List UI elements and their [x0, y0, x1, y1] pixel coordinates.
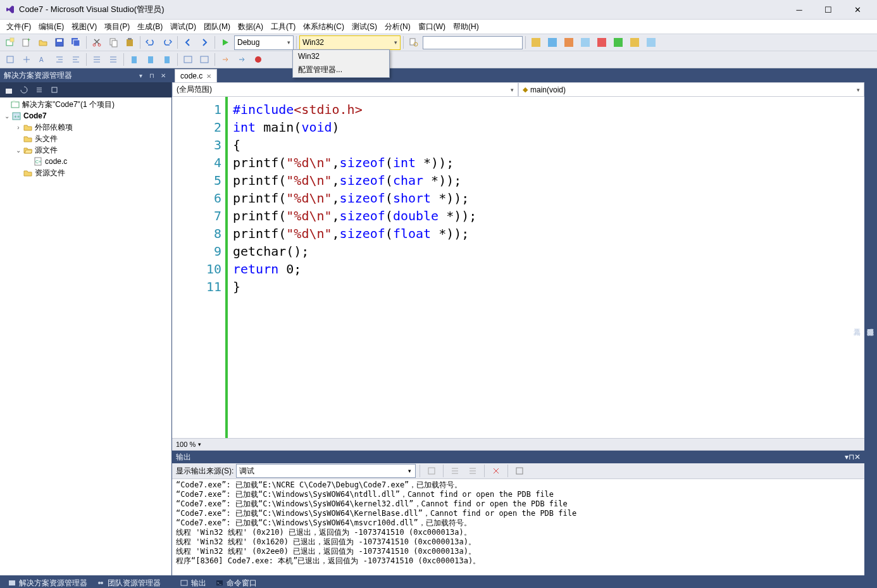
redo-icon[interactable] [159, 35, 175, 50]
tb2-icon[interactable] [19, 52, 34, 67]
pin-icon[interactable]: ⊓ [849, 453, 854, 461]
code-content[interactable]: #include<stdio.h>int main(void){printf("… [228, 97, 864, 438]
start-icon[interactable] [218, 35, 233, 50]
save-icon[interactable] [52, 35, 67, 50]
menu-工具[interactable]: 工具(T) [267, 20, 299, 34]
tree-project[interactable]: ⌄ ++ Code7 [0, 110, 171, 122]
home-icon[interactable] [3, 84, 15, 96]
menu-测试[interactable]: 测试(S) [348, 20, 381, 34]
output-text[interactable]: “Code7.exe”: 已加载“E:\NCRE C\Code7\Debug\C… [172, 479, 864, 575]
close-icon[interactable]: ✕ [206, 73, 211, 80]
svg-rect-33 [52, 87, 57, 92]
comment-icon[interactable] [89, 52, 104, 67]
cut-icon[interactable] [89, 35, 104, 50]
member-select[interactable]: ◆main(void)▾ [518, 82, 864, 97]
bookmark-icon[interactable] [159, 52, 175, 67]
output-source-select[interactable]: 调试▾ [236, 464, 416, 478]
chevron-down-icon[interactable]: ▾ [198, 441, 201, 447]
copy-icon[interactable] [106, 35, 121, 50]
close-icon[interactable]: ✕ [854, 453, 861, 461]
breakpoint-icon[interactable] [251, 52, 266, 67]
expand-icon[interactable]: ⌄ [3, 113, 11, 120]
find-in-files-icon[interactable] [406, 35, 421, 50]
sb-team-explorer[interactable]: 团队资源管理器 [92, 578, 165, 589]
sb-solution-explorer[interactable]: 解决方案资源管理器 [4, 578, 91, 589]
indent-icon[interactable] [52, 52, 67, 67]
find-input[interactable] [423, 36, 523, 49]
tb-ext6-icon[interactable] [611, 35, 626, 50]
bookmark-icon[interactable] [143, 52, 158, 67]
tb-ext3-icon[interactable] [561, 35, 576, 50]
refresh-icon[interactable] [18, 84, 30, 96]
uncomment-icon[interactable] [106, 52, 121, 67]
pin-icon[interactable]: ⊓ [147, 71, 156, 80]
tb-ext7-icon[interactable] [627, 35, 642, 50]
menu-视图[interactable]: 视图(V) [68, 20, 101, 34]
wrap-icon[interactable] [512, 463, 527, 479]
dropdown-icon[interactable]: ▾ [136, 71, 145, 80]
menu-体系结构[interactable]: 体系结构(C) [299, 20, 348, 34]
platform-select[interactable]: Win32▾ [299, 35, 401, 50]
tree-sources[interactable]: ⌄ 源文件 [0, 144, 171, 156]
minimize-button[interactable]: ─ [785, 0, 814, 19]
tree-solution[interactable]: 解决方案"Code7"(1 个项目) [0, 99, 171, 110]
bookmark-icon[interactable] [127, 52, 142, 67]
maximize-button[interactable]: ☐ [814, 0, 843, 19]
tb-ext1-icon[interactable] [528, 35, 544, 50]
open-icon[interactable] [35, 35, 51, 50]
window-icon[interactable] [197, 52, 212, 67]
tb2-icon[interactable] [3, 52, 18, 67]
out-tb-icon[interactable] [465, 463, 480, 479]
nav-back-icon[interactable] [180, 35, 196, 50]
collapse-icon[interactable] [33, 84, 46, 96]
sb-output[interactable]: 输出 [176, 578, 210, 589]
sb-command-window[interactable]: >_ 命令窗口 [211, 578, 261, 589]
tree-resources[interactable]: 资源文件 [0, 167, 171, 178]
out-tb-icon[interactable] [424, 463, 439, 479]
tb-ext2-icon[interactable] [545, 35, 560, 50]
menu-编辑[interactable]: 编辑(E) [35, 20, 68, 34]
code-editor[interactable]: 1234567891011 #include<stdio.h>int main(… [172, 97, 864, 438]
tree-source-file[interactable]: C+ code.c [0, 156, 171, 167]
zoom-level[interactable]: 100 % [176, 441, 196, 448]
menu-团队[interactable]: 团队(M) [200, 20, 234, 34]
expand-icon[interactable]: › [14, 124, 23, 131]
config-select[interactable]: Debug▾ [234, 35, 294, 50]
tb-ext5-icon[interactable] [594, 35, 609, 50]
nav-fwd-icon[interactable] [197, 35, 212, 50]
menu-窗口[interactable]: 窗口(W) [414, 20, 449, 34]
tree-headers[interactable]: 头文件 [0, 133, 171, 144]
clear-icon[interactable] [488, 463, 504, 479]
outdent-icon[interactable] [68, 52, 84, 67]
close-icon[interactable]: ✕ [159, 71, 168, 80]
platform-option-config-manager[interactable]: 配置管理器... [293, 63, 389, 77]
step-icon[interactable] [218, 52, 233, 67]
menu-数据[interactable]: 数据(A) [234, 20, 267, 34]
tb-ext4-icon[interactable] [578, 35, 593, 50]
menu-分析[interactable]: 分析(N) [381, 20, 414, 34]
server-explorer-tab[interactable]: 服务器资源管理器 [864, 319, 877, 328]
out-tb-icon[interactable] [447, 463, 463, 479]
tb2-icon[interactable]: A [35, 52, 51, 67]
properties-icon[interactable] [48, 84, 61, 96]
scope-select[interactable]: (全局范围)▾ [172, 82, 518, 97]
menu-项目[interactable]: 项目(P) [101, 20, 134, 34]
add-item-icon[interactable]: + [19, 35, 34, 50]
menu-文件[interactable]: 文件(F) [3, 20, 35, 34]
expand-icon[interactable]: ⌄ [14, 147, 23, 154]
menu-调试[interactable]: 调试(D) [166, 20, 200, 34]
new-project-icon[interactable] [3, 35, 18, 50]
window-icon[interactable] [180, 52, 196, 67]
step-icon[interactable] [234, 52, 249, 67]
paste-icon[interactable] [122, 35, 137, 50]
editor-tab[interactable]: code.c ✕ [175, 69, 217, 82]
tb-ext8-icon[interactable] [644, 35, 659, 50]
menu-帮助[interactable]: 帮助(H) [449, 20, 483, 34]
close-button[interactable]: ✕ [843, 0, 872, 19]
menu-生成[interactable]: 生成(B) [134, 20, 166, 34]
platform-option-win32[interactable]: Win32 [293, 50, 389, 63]
toolbox-tab[interactable]: 工具箱 [850, 319, 864, 328]
undo-icon[interactable] [143, 35, 158, 50]
save-all-icon[interactable] [68, 35, 84, 50]
tree-external-deps[interactable]: › 外部依赖项 [0, 122, 171, 133]
